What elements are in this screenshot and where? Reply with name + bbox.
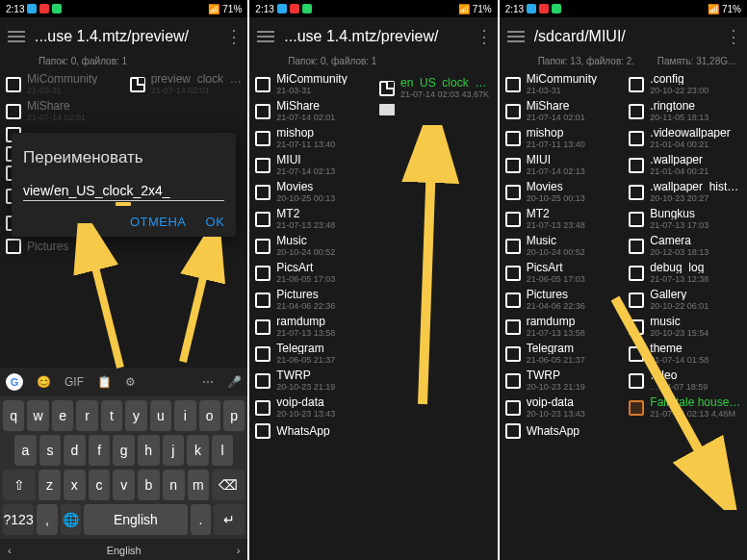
folder-row[interactable]: MiShare21-07-14 02:01 bbox=[249, 98, 374, 125]
folder-row[interactable]: TWRP20-10-23 21:19 bbox=[249, 368, 374, 395]
clipboard-icon[interactable]: 📋 bbox=[97, 375, 112, 389]
folder-row[interactable]: MT221-07-13 23:48 bbox=[500, 206, 624, 233]
key-i[interactable]: i bbox=[174, 400, 195, 431]
more-icon[interactable]: ⋮ bbox=[225, 32, 240, 41]
folder-row[interactable]: MiCommunity21-03-31 bbox=[500, 71, 624, 98]
key-b[interactable]: b bbox=[138, 470, 160, 500]
key-k[interactable]: k bbox=[187, 435, 209, 466]
dot-key[interactable]: . bbox=[191, 504, 211, 535]
folder-row[interactable]: MIUI21-07-14 02:13 bbox=[249, 152, 374, 179]
path-title[interactable]: ...use 1.4.mtz/preview/ bbox=[35, 28, 216, 45]
lang-chevron-left[interactable]: ‹ bbox=[8, 545, 12, 556]
lang-center[interactable]: English bbox=[107, 545, 142, 556]
key-p[interactable]: p bbox=[223, 400, 245, 431]
item-name: Telegram bbox=[527, 343, 585, 354]
folder-row[interactable]: MiCommunity21-03-31 bbox=[0, 71, 124, 98]
key-l[interactable]: l bbox=[212, 435, 234, 466]
backspace-key[interactable]: ⌫ bbox=[212, 470, 245, 500]
key-c[interactable]: c bbox=[89, 470, 111, 500]
keyboard[interactable]: G 😊 GIF 📋 ⚙ ⋯ 🎤 qwertyuiop asdfghjkl ⇧zx… bbox=[0, 368, 247, 560]
shift-key[interactable]: ⇧ bbox=[3, 470, 36, 500]
emoji-icon[interactable]: 😊 bbox=[37, 375, 51, 389]
folder-row[interactable]: PicsArt21-06-05 17:03 bbox=[249, 260, 374, 287]
folder-icon bbox=[629, 131, 644, 146]
preview-file-row[interactable]: preview_clock_2x4_0.png 21-07-14 02:01 bbox=[124, 71, 248, 98]
key-h[interactable]: h bbox=[138, 435, 160, 466]
key-m[interactable]: m bbox=[188, 470, 210, 500]
folder-row[interactable]: mishop21-07-11 13:40 bbox=[249, 125, 374, 152]
folder-row[interactable]: ramdump21-07-13 13:58 bbox=[249, 314, 374, 341]
menu-icon[interactable] bbox=[8, 36, 25, 38]
key-n[interactable]: n bbox=[163, 470, 185, 500]
folder-row[interactable]: .ringtone20-11-05 18:13 bbox=[623, 98, 747, 125]
more-icon[interactable]: ⋯ bbox=[202, 375, 214, 389]
sym-key[interactable]: ?123 bbox=[3, 504, 34, 535]
folder-row[interactable]: Camera20-12-03 18:13 bbox=[623, 233, 747, 260]
key-j[interactable]: j bbox=[163, 435, 185, 466]
more-icon[interactable]: ⋮ bbox=[725, 32, 739, 41]
cancel-button[interactable]: ОТМЕНА bbox=[130, 215, 187, 229]
enter-key[interactable]: ↵ bbox=[214, 504, 245, 535]
item-date: 21-01-04 00:21 bbox=[650, 165, 708, 177]
key-f[interactable]: f bbox=[89, 435, 111, 466]
key-r[interactable]: r bbox=[76, 400, 97, 431]
folder-row[interactable]: voip-data20-10-23 13:43 bbox=[249, 395, 374, 421]
folder-row[interactable]: Movies20-10-25 00:13 bbox=[500, 179, 624, 206]
folder-row[interactable]: PicsArt21-06-05 17:03 bbox=[500, 260, 624, 287]
key-w[interactable]: w bbox=[27, 400, 48, 431]
folder-row[interactable]: .videowallpaper21-01-04 00:21 bbox=[623, 125, 747, 152]
comma-key[interactable]: , bbox=[37, 504, 57, 535]
path-title[interactable]: /sdcard/MIUI/ bbox=[534, 28, 715, 45]
key-a[interactable]: a bbox=[14, 435, 37, 466]
key-v[interactable]: v bbox=[113, 470, 135, 500]
key-o[interactable]: o bbox=[199, 400, 220, 431]
menu-icon[interactable] bbox=[507, 36, 525, 38]
folder-row[interactable]: Bungkus21-07-13 17:03 bbox=[623, 206, 747, 233]
rename-input[interactable] bbox=[23, 181, 224, 200]
key-u[interactable]: u bbox=[150, 400, 171, 431]
folder-icon bbox=[505, 131, 521, 146]
folder-row[interactable]: .wallpaper_history20-10-23 20:27 bbox=[623, 179, 747, 206]
folder-row[interactable]: MiShare21-07-14 02:01 bbox=[500, 98, 624, 125]
key-z[interactable]: z bbox=[39, 470, 61, 500]
folder-row[interactable]: mishop21-07-11 13:40 bbox=[500, 125, 624, 152]
more-icon[interactable]: ⋮ bbox=[476, 32, 490, 41]
folder-row[interactable]: MIUI21-07-14 02:13 bbox=[500, 152, 624, 179]
item-name: voip-data bbox=[527, 396, 585, 408]
folder-row[interactable]: MiCommunity21-03-31 bbox=[249, 71, 374, 98]
item-date: 21-07-14 02:01 bbox=[27, 112, 86, 123]
path-title[interactable]: ...use 1.4.mtz/preview/ bbox=[284, 28, 465, 45]
folder-row[interactable]: .wallpaper21-01-04 00:21 bbox=[623, 152, 747, 179]
gif-button[interactable]: GIF bbox=[64, 375, 84, 389]
key-g[interactable]: g bbox=[113, 435, 135, 466]
key-e[interactable]: e bbox=[52, 400, 73, 431]
status-time: 2:13 bbox=[255, 4, 273, 14]
key-t[interactable]: t bbox=[101, 400, 122, 431]
ok-button[interactable]: OK bbox=[206, 215, 225, 229]
lang-chevron-right[interactable]: › bbox=[237, 545, 241, 556]
folder-row[interactable]: MT221-07-13 23:48 bbox=[249, 206, 374, 233]
folder-row[interactable]: WhatsApp bbox=[249, 421, 374, 441]
folder-row[interactable]: Music20-10-24 00:52 bbox=[500, 233, 624, 260]
key-x[interactable]: x bbox=[64, 470, 86, 500]
key-s[interactable]: s bbox=[39, 435, 62, 466]
folder-icon bbox=[255, 346, 270, 362]
space-key[interactable]: English bbox=[84, 504, 187, 535]
key-d[interactable]: d bbox=[64, 435, 86, 466]
renamed-file-row[interactable]: en_US_clock_2x4_0.png 21-07-14 02:03 43,… bbox=[374, 75, 498, 102]
mic-icon[interactable]: 🎤 bbox=[227, 375, 242, 389]
folder-row[interactable]: Pictures21-04-06 22:36 bbox=[249, 287, 374, 314]
key-y[interactable]: y bbox=[125, 400, 146, 431]
folder-row[interactable]: .config20-10-22 23:00 bbox=[623, 71, 747, 98]
folder-row[interactable]: Movies20-10-25 00:13 bbox=[249, 179, 374, 206]
folder-row[interactable]: debug_log21-07-13 12:38 bbox=[623, 260, 747, 287]
folder-row[interactable]: Telegram21-06-05 21:37 bbox=[249, 341, 374, 368]
google-icon[interactable]: G bbox=[6, 373, 23, 391]
lang-key[interactable]: 🌐 bbox=[61, 504, 81, 535]
folder-row[interactable]: Music20-10-24 00:52 bbox=[249, 233, 374, 260]
menu-icon[interactable] bbox=[257, 36, 274, 38]
key-q[interactable]: q bbox=[3, 400, 24, 431]
item-date: 21-03-31 bbox=[276, 85, 347, 96]
settings-icon[interactable]: ⚙ bbox=[125, 375, 136, 389]
folder-row[interactable]: MiShare21-07-14 02:01 bbox=[0, 98, 124, 125]
